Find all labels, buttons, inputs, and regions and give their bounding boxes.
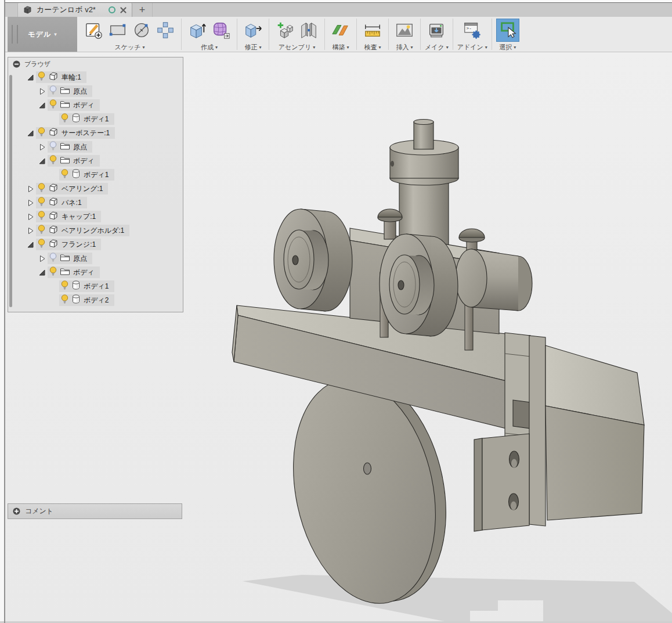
new-component-button[interactable] — [273, 18, 297, 42]
visibility-bulb-off-icon[interactable] — [49, 253, 57, 265]
browser-row-6-folder[interactable]: 原点 — [8, 140, 183, 154]
toolbar-group-create-label[interactable]: 作成▾ — [201, 43, 218, 52]
toolbar-group-make-label[interactable]: メイク▾ — [425, 43, 449, 52]
visibility-bulb-on-icon[interactable] — [49, 267, 57, 279]
toolbar-group-select-label[interactable]: 選択▾ — [499, 43, 516, 52]
browser-row-14-folder[interactable]: 原点 — [8, 251, 183, 265]
horizontal-cylinder[interactable] — [456, 249, 532, 311]
expander-expanded-icon[interactable] — [24, 73, 36, 82]
joint-button[interactable] — [297, 18, 320, 42]
press-pull-button[interactable] — [241, 18, 265, 42]
expander-collapsed-icon[interactable] — [24, 184, 36, 193]
flange-plate[interactable] — [529, 336, 545, 526]
expander-collapsed-icon[interactable] — [36, 254, 48, 263]
new-tab-button[interactable]: + — [132, 3, 153, 17]
expander-collapsed-icon[interactable] — [36, 87, 48, 96]
visibility-bulb-off-icon[interactable] — [49, 85, 57, 98]
visibility-bulb-on-icon[interactable] — [38, 225, 45, 237]
visibility-bulb-on-icon[interactable] — [61, 113, 68, 125]
browser-row-16-body[interactable]: ボディ1 — [8, 279, 183, 293]
browser-item[interactable]: バネ:1 — [36, 197, 87, 208]
visibility-bulb-on-icon[interactable] — [49, 155, 57, 167]
browser-row-9-component[interactable]: ベアリング:1 — [8, 182, 183, 196]
visibility-bulb-on-icon[interactable] — [38, 183, 45, 195]
browser-row-5-component[interactable]: サーボステー:1 — [8, 126, 183, 140]
comments-bar[interactable]: コメント — [8, 503, 182, 519]
browser-row-7-folder[interactable]: ボディ — [8, 154, 183, 168]
toolbar-group-modify-label[interactable]: 修正▾ — [244, 43, 261, 52]
browser-panel-header[interactable]: ブラウザ — [8, 57, 183, 70]
browser-item[interactable]: 原点 — [48, 141, 92, 153]
visibility-bulb-on-icon[interactable] — [61, 169, 68, 181]
visibility-bulb-on-icon[interactable] — [38, 197, 45, 209]
construct-plane-button[interactable] — [329, 18, 352, 42]
browser-item[interactable]: ボディ1 — [59, 169, 114, 181]
extrude-button[interactable] — [186, 18, 209, 42]
collapse-panel-icon[interactable] — [13, 60, 20, 68]
browser-row-2-folder[interactable]: 原点 — [8, 84, 183, 98]
browser-row-15-folder[interactable]: ボディ — [8, 265, 183, 279]
toolbar-group-assemble-label[interactable]: アセンブリ▾ — [279, 43, 315, 52]
browser-item[interactable]: フランジ:1 — [36, 239, 101, 250]
expander-collapsed-icon[interactable] — [36, 142, 48, 152]
clamp-bracket[interactable] — [474, 434, 529, 531]
visibility-bulb-on-icon[interactable] — [61, 280, 68, 293]
expander-expanded-icon[interactable] — [36, 156, 48, 165]
expander-collapsed-icon[interactable] — [24, 198, 36, 207]
browser-row-12-component[interactable]: ベアリングホルダ:1 — [8, 224, 183, 237]
browser-item[interactable]: ボディ — [48, 267, 100, 278]
expand-comments-icon[interactable] — [13, 507, 20, 515]
insert-image-button[interactable] — [393, 18, 416, 42]
browser-item[interactable]: キャップ:1 — [36, 211, 101, 222]
3d-viewport[interactable]: ブラウザ 車輪:1原点ボディボディ1サーボステー:1原点ボディボディ1ベアリング… — [0, 52, 672, 623]
browser-item[interactable]: ボディ — [48, 155, 100, 167]
browser-scrollbar[interactable] — [9, 75, 12, 307]
workspace-switcher-button[interactable]: モデル ▾ — [8, 17, 77, 52]
visibility-bulb-on-icon[interactable] — [38, 127, 45, 139]
expander-expanded-icon[interactable] — [24, 128, 36, 138]
create-form-button[interactable] — [209, 18, 233, 42]
document-tab[interactable]: カーテンロボ v2* — [17, 3, 132, 17]
browser-item[interactable]: ボディ1 — [59, 113, 114, 125]
sketch-pattern-button[interactable] — [154, 18, 177, 42]
servo-shaft-assembly[interactable] — [390, 120, 458, 250]
browser-item[interactable]: サーボステー:1 — [36, 127, 115, 139]
scripts-addins-button[interactable]: >- — [461, 18, 484, 42]
expander-expanded-icon[interactable] — [36, 268, 48, 277]
expander-collapsed-icon[interactable] — [24, 226, 36, 235]
toolbar-group-insert-label[interactable]: 挿入▾ — [396, 43, 413, 52]
toolbar-grip-handle[interactable] — [12, 25, 18, 44]
select-button[interactable] — [496, 19, 519, 42]
browser-item[interactable]: 原点 — [48, 253, 92, 264]
toolbar-group-inspect-label[interactable]: 検査▾ — [364, 43, 381, 52]
expander-expanded-icon[interactable] — [24, 240, 36, 249]
visibility-bulb-on-icon[interactable] — [38, 239, 45, 251]
sketch-circle-button[interactable] — [130, 18, 153, 42]
browser-item[interactable]: ベアリングホルダ:1 — [36, 225, 129, 236]
browser-item[interactable]: 原点 — [48, 85, 92, 97]
toolbar-group-sketch-label[interactable]: スケッチ▾ — [114, 43, 144, 52]
browser-row-10-component[interactable]: バネ:1 — [8, 196, 183, 210]
side-block[interactable] — [545, 345, 644, 520]
visibility-bulb-on-icon[interactable] — [61, 294, 68, 307]
browser-item[interactable]: 車輪:1 — [36, 71, 86, 83]
browser-row-3-folder[interactable]: ボディ — [8, 98, 183, 112]
roller-left[interactable] — [274, 209, 352, 311]
browser-row-13-component[interactable]: フランジ:1 — [8, 237, 183, 251]
toolbar-group-addins-label[interactable]: アドイン▾ — [457, 43, 487, 52]
measure-button[interactable] — [361, 18, 384, 42]
toolbar-group-construct-label[interactable]: 構築▾ — [332, 43, 349, 52]
sketch-rectangle-button[interactable] — [106, 18, 129, 42]
create-sketch-button[interactable] — [82, 18, 106, 42]
browser-item[interactable]: ボディ — [48, 99, 100, 111]
visibility-bulb-on-icon[interactable] — [38, 71, 45, 84]
browser-row-4-body[interactable]: ボディ1 — [8, 112, 183, 126]
tab-close-button[interactable] — [120, 6, 127, 14]
browser-item[interactable]: ボディ2 — [59, 294, 114, 306]
browser-row-8-body[interactable]: ボディ1 — [8, 168, 183, 182]
make-print-button[interactable] — [425, 18, 448, 42]
expander-expanded-icon[interactable] — [36, 100, 48, 110]
browser-row-17-body[interactable]: ボディ2 — [8, 293, 183, 307]
visibility-bulb-off-icon[interactable] — [49, 141, 57, 153]
browser-item[interactable]: ボディ1 — [59, 280, 114, 292]
